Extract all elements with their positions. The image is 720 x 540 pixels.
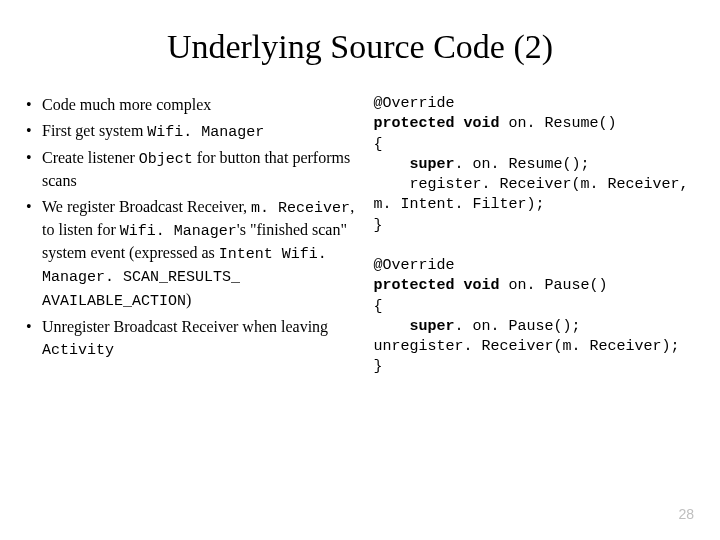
code-inline: Activity xyxy=(42,342,114,359)
code-line: . on. Pause(); xyxy=(455,318,581,335)
code-keyword: protected void xyxy=(374,277,500,294)
code-line: } xyxy=(374,358,383,375)
slide-title: Underlying Source Code (2) xyxy=(22,28,698,66)
bullet-list: Code much more complex First get system … xyxy=(22,94,368,361)
bullet-item: Create listener Object for button that p… xyxy=(22,147,368,192)
bullet-item: Unregister Broadcast Receiver when leavi… xyxy=(22,316,368,361)
code-line: unregister. Receiver(m. Receiver); xyxy=(374,338,680,355)
code-line: on. Pause() xyxy=(500,277,608,294)
bullet-item: We register Broadcast Receiver, m. Recei… xyxy=(22,196,368,312)
code-block: @Override protected void on. Resume() { … xyxy=(374,94,698,378)
code-inline: Wifi. Manager xyxy=(120,223,237,240)
bullet-text: We register Broadcast Receiver, xyxy=(42,198,251,215)
bullet-text: Code much more complex xyxy=(42,96,211,113)
code-inline: m. Receiver xyxy=(251,200,350,217)
left-column: Code much more complex First get system … xyxy=(22,94,374,365)
slide: Underlying Source Code (2) Code much mor… xyxy=(0,0,720,540)
right-column: @Override protected void on. Resume() { … xyxy=(374,94,698,378)
code-keyword: super xyxy=(374,318,455,335)
code-blank xyxy=(374,237,383,254)
code-line: . on. Resume(); xyxy=(455,156,590,173)
content-columns: Code much more complex First get system … xyxy=(22,94,698,378)
bullet-text: Unregister Broadcast Receiver when leavi… xyxy=(42,318,328,335)
code-inline: Object xyxy=(139,151,193,168)
bullet-text: First get system xyxy=(42,122,147,139)
page-number: 28 xyxy=(678,506,694,522)
code-line: @Override xyxy=(374,95,455,112)
code-line: } xyxy=(374,217,383,234)
bullet-text: Create listener xyxy=(42,149,139,166)
code-keyword: protected void xyxy=(374,115,500,132)
bullet-item: First get system Wifi. Manager xyxy=(22,120,368,143)
bullet-text: ) xyxy=(186,291,191,308)
code-line: { xyxy=(374,136,383,153)
code-line: @Override xyxy=(374,257,455,274)
bullet-item: Code much more complex xyxy=(22,94,368,116)
code-line: { xyxy=(374,298,383,315)
code-line: on. Resume() xyxy=(500,115,617,132)
code-inline: Wifi. Manager xyxy=(147,124,264,141)
code-keyword: super xyxy=(374,156,455,173)
code-line: register. Receiver(m. Receiver, m. Inten… xyxy=(374,176,698,213)
